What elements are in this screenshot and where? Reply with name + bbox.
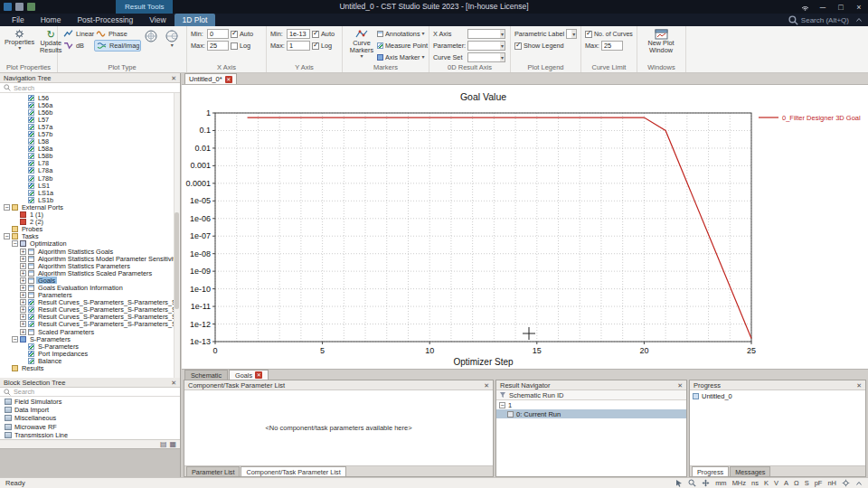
expand-icon[interactable]: + xyxy=(20,256,26,262)
x-min-input[interactable] xyxy=(207,29,229,39)
tab-messages[interactable]: Messages xyxy=(730,466,770,476)
menu-tab-post-processing[interactable]: Post-Processing xyxy=(69,14,141,26)
x-log-checkbox[interactable] xyxy=(231,42,238,50)
expand-icon[interactable]: + xyxy=(20,314,26,320)
tree-item[interactable]: LS1a xyxy=(0,189,180,196)
collapse-icon[interactable]: − xyxy=(12,336,18,343)
minimize-button[interactable]: ─ xyxy=(814,0,832,14)
polar-button[interactable] xyxy=(141,28,161,52)
block-item[interactable]: Transmission Line xyxy=(0,431,180,439)
tree-item[interactable]: L57a xyxy=(0,123,180,130)
block-item[interactable]: Miscellaneous xyxy=(0,414,180,422)
goal-value-plot[interactable]: 10.10.010.0010.00011e-051e-061e-071e-081… xyxy=(182,85,868,369)
unit-mm[interactable]: mm xyxy=(715,479,727,487)
tab-component-task-parameter-list[interactable]: Component/Task Parameter List xyxy=(241,466,345,476)
unit-pF[interactable]: pF xyxy=(815,479,823,487)
collapse-icon[interactable]: − xyxy=(4,204,10,211)
collapse-icon[interactable]: − xyxy=(12,240,18,247)
tree-item[interactable]: L58b xyxy=(0,153,180,160)
tree-item[interactable]: +Goals Evaluation Information xyxy=(0,284,180,291)
tree-item[interactable]: L56 xyxy=(0,94,180,101)
tree-item[interactable]: L57b xyxy=(0,130,180,137)
tree-item[interactable]: −Tasks xyxy=(0,233,180,240)
unit-Ω[interactable]: Ω xyxy=(794,479,799,487)
unit-MHz[interactable]: MHz xyxy=(732,479,746,487)
nav-tree-search[interactable]: Search xyxy=(0,83,180,93)
phase-button[interactable]: Phase xyxy=(94,28,141,40)
pan-icon[interactable] xyxy=(702,479,710,487)
smith-chart-button[interactable]: ▾ xyxy=(161,28,184,52)
close-icon[interactable]: ✕ xyxy=(484,380,489,390)
close-tab-icon[interactable]: ✕ xyxy=(255,371,262,379)
tab-parameter-list[interactable]: Parameter List xyxy=(186,466,240,476)
tree-item[interactable]: S-Parameters xyxy=(0,343,180,350)
measure-point-button[interactable]: Measure Point xyxy=(377,40,428,52)
nav-tree-scrollbar[interactable] xyxy=(174,93,180,378)
tree-item[interactable]: L56a xyxy=(0,101,180,108)
block-item[interactable]: Microwave RF xyxy=(0,423,180,431)
scrollbar-thumb[interactable] xyxy=(175,212,179,309)
unit-A[interactable]: A xyxy=(784,479,788,487)
result-x-axis-select[interactable]: ▾ xyxy=(467,29,505,39)
menu-tab-1d-plot[interactable]: 1D Plot xyxy=(175,14,216,26)
y-min-input[interactable] xyxy=(287,29,310,39)
expand-icon[interactable]: + xyxy=(20,277,26,284)
doc-bottom-tab-goals[interactable]: Goals✕ xyxy=(229,370,269,380)
expand-icon[interactable]: + xyxy=(20,321,26,327)
block-item[interactable]: Field Simulators xyxy=(0,398,180,406)
tree-item[interactable]: 1 (1) xyxy=(0,211,180,219)
menu-tab-view[interactable]: View xyxy=(141,14,174,26)
tree-item[interactable]: +Algorithm Statistics Scaled Parameters xyxy=(0,269,180,277)
tree-item[interactable]: +Parameters xyxy=(0,292,180,299)
tree-item[interactable]: Port Impedances xyxy=(0,350,180,357)
collapse-icon[interactable]: − xyxy=(4,233,10,239)
result-navigator-column-header[interactable]: Schematic Run ID xyxy=(496,390,686,400)
grid-view-icon[interactable]: ▦ xyxy=(169,440,176,448)
db-button[interactable]: dB xyxy=(61,40,94,52)
close-icon[interactable]: ✕ xyxy=(677,380,683,390)
tree-item[interactable]: +Result Curves_S-Parameters_S-Parameters… xyxy=(0,299,180,306)
parametric-label-select[interactable]: ▾ xyxy=(566,29,577,39)
undo-icon[interactable] xyxy=(27,3,35,11)
tree-item[interactable]: +Scaled Parameters xyxy=(0,328,180,335)
progress-item[interactable]: Untitled_0 xyxy=(690,390,865,402)
tree-item[interactable]: +Result Curves_S-Parameters_S-Parameters… xyxy=(0,321,180,328)
tree-item[interactable]: L58a xyxy=(0,145,180,153)
curve-markers-button[interactable]: Curve Markers ▾ xyxy=(346,28,377,63)
tree-item[interactable]: L78b xyxy=(0,174,180,182)
tree-item[interactable]: −External Ports xyxy=(0,203,180,211)
tab-progress[interactable]: Progress xyxy=(692,466,729,476)
expand-icon[interactable]: + xyxy=(20,306,26,313)
tree-item[interactable]: LS1b xyxy=(0,196,180,203)
result-curve-set-select[interactable]: ▾ xyxy=(467,52,505,62)
real-imag-button[interactable]: Real/Imag xyxy=(94,40,141,52)
axis-marker-button[interactable]: Axis Marker ▾ xyxy=(377,52,428,63)
block-tree-search[interactable]: Search xyxy=(0,388,180,397)
tree-item[interactable]: LS1 xyxy=(0,182,180,189)
tree-item[interactable]: L78 xyxy=(0,160,180,167)
close-icon[interactable]: ✕ xyxy=(171,378,176,388)
menu-tab-home[interactable]: Home xyxy=(33,14,70,26)
unit-K[interactable]: K xyxy=(764,479,769,487)
y-max-input[interactable] xyxy=(287,41,310,51)
expand-icon[interactable]: + xyxy=(20,299,26,305)
collapse-icon[interactable]: − xyxy=(499,402,505,408)
result-navigator-row[interactable]: 0: Current Run xyxy=(496,409,686,418)
result-parameter-select[interactable]: ▾ xyxy=(467,41,505,51)
tree-item[interactable]: +Algorithm Statistics Goals xyxy=(0,248,180,255)
menu-tab-file[interactable]: File xyxy=(4,14,33,26)
x-auto-checkbox[interactable] xyxy=(231,31,238,38)
tree-item[interactable]: +Result Curves_S-Parameters_S-Parameters… xyxy=(0,314,180,321)
y-auto-checkbox[interactable] xyxy=(312,31,319,38)
close-icon[interactable]: ✕ xyxy=(171,73,176,83)
expand-icon[interactable]: + xyxy=(20,270,26,277)
tree-item[interactable]: −S-Parameters xyxy=(0,335,180,343)
expand-icon[interactable]: + xyxy=(20,249,26,255)
tree-item[interactable]: Balance xyxy=(0,357,180,364)
tree-item[interactable]: L78a xyxy=(0,167,180,174)
tree-item[interactable]: L58 xyxy=(0,138,180,145)
curve-limit-max-input[interactable] xyxy=(601,41,623,51)
tree-item[interactable]: +Result Curves_S-Parameters_S-Parameters… xyxy=(0,306,180,314)
list-view-icon[interactable]: ▤ xyxy=(160,440,167,448)
tree-item[interactable]: Probes xyxy=(0,226,180,233)
